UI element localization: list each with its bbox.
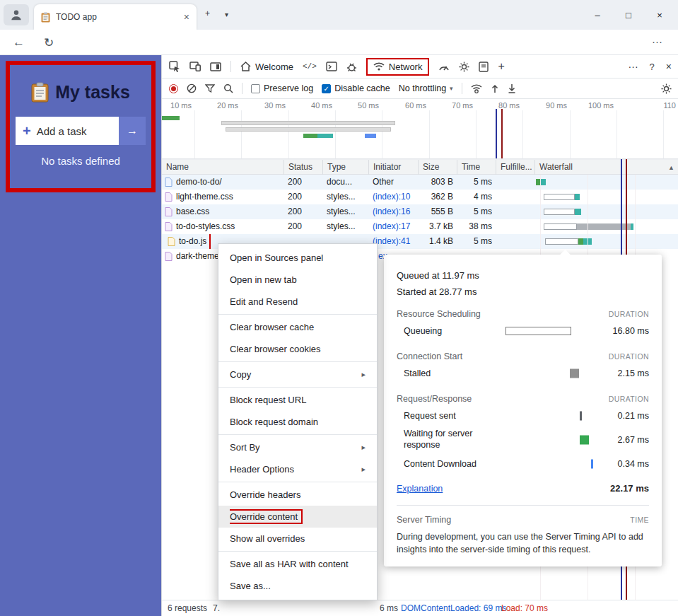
help-icon[interactable]: ?: [650, 62, 655, 72]
annotation-box-tasks: My tasks + Add a task → No tasks defined: [6, 61, 156, 192]
checkbox-unchecked-icon: [251, 84, 260, 93]
arrow-right-icon: →: [127, 124, 138, 137]
file-icon: [165, 252, 173, 261]
server-timing-title: Server Timing: [397, 515, 451, 525]
server-timing-note: During development, you can use the Serv…: [397, 530, 649, 556]
menu-item-show-overrides[interactable]: Show all overrides: [218, 528, 377, 550]
network-wifi-icon: [373, 62, 385, 71]
elements-icon[interactable]: </>: [303, 62, 317, 71]
close-devtools-icon[interactable]: ×: [666, 61, 672, 72]
refresh-icon[interactable]: ↻: [44, 35, 54, 50]
console-icon[interactable]: [326, 62, 337, 71]
table-row[interactable]: base.css 200 styles... (index):16 555 B …: [162, 204, 678, 219]
menu-item-sort-by[interactable]: Sort By▸: [218, 436, 377, 458]
menu-item-save-har[interactable]: Save all as HAR with content: [218, 553, 377, 575]
preserve-log-checkbox[interactable]: Preserve log: [251, 83, 313, 93]
inspect-icon[interactable]: [169, 61, 180, 72]
add-task-label: Add a task: [37, 125, 119, 137]
tab-close-icon[interactable]: ×: [184, 11, 189, 23]
menu-item-open-new-tab[interactable]: Open in new tab: [218, 269, 377, 291]
stalled-value: 2.15 ms: [618, 368, 649, 378]
menu-item-copy[interactable]: Copy▸: [218, 364, 377, 385]
divider: [230, 61, 231, 72]
dock-side-icon[interactable]: [210, 62, 221, 71]
tab-welcome-label: Welcome: [255, 62, 293, 72]
explanation-link[interactable]: Explanation: [397, 484, 443, 494]
col-waterfall[interactable]: Waterfall: [534, 160, 678, 175]
download-label: Content Download: [404, 459, 477, 469]
debugger-icon[interactable]: [346, 62, 357, 72]
maximize-button[interactable]: □: [613, 0, 644, 30]
connection-start-title: Connection Start: [397, 351, 462, 361]
throttling-dropdown[interactable]: No throttling ▾: [399, 83, 453, 93]
submit-task-button[interactable]: →: [119, 117, 146, 145]
new-tab-button[interactable]: +: [205, 8, 210, 18]
menu-item-header-options[interactable]: Header Options▸: [218, 458, 377, 480]
col-fulfilled[interactable]: Fulfille...: [496, 160, 534, 175]
sort-asc-icon[interactable]: ▲: [668, 160, 674, 175]
file-icon: [168, 237, 175, 246]
search-icon[interactable]: [223, 83, 233, 93]
network-conditions-icon[interactable]: [471, 84, 482, 93]
file-icon: [165, 192, 173, 202]
tab-welcome[interactable]: Welcome: [240, 62, 293, 72]
queued-at-text: Queued at 11.97 ms: [397, 270, 649, 281]
col-time[interactable]: Time: [457, 160, 496, 175]
ruler-tick: 50 ms: [358, 101, 382, 110]
col-initiator[interactable]: Initiator: [368, 160, 418, 175]
menu-item-clear-cache[interactable]: Clear browser cache: [218, 316, 377, 338]
import-har-icon[interactable]: [491, 83, 499, 93]
menu-item-save-as[interactable]: Save as...: [218, 575, 377, 597]
waterfall-bar: [631, 223, 633, 230]
filter-icon[interactable]: [205, 84, 215, 93]
disable-cache-checkbox[interactable]: ✓ Disable cache: [322, 83, 390, 93]
profile-button[interactable]: [4, 4, 29, 25]
stalled-label: Stalled: [404, 368, 431, 378]
network-settings-gear-icon[interactable]: [661, 83, 672, 94]
tab-network-label: Network: [389, 62, 423, 72]
layout-icon[interactable]: [479, 62, 489, 72]
file-icon: [165, 207, 173, 216]
export-har-icon[interactable]: [508, 83, 516, 93]
resource-scheduling-title: Resource Scheduling: [397, 309, 481, 319]
record-icon[interactable]: [169, 84, 178, 93]
todo-app-page: My tasks + Add a task → No tasks defined: [0, 55, 161, 616]
col-name[interactable]: Name: [162, 160, 284, 175]
menu-item-override-content[interactable]: Override content: [218, 506, 377, 528]
col-type[interactable]: Type: [322, 160, 368, 175]
col-size[interactable]: Size: [418, 160, 457, 175]
performance-icon[interactable]: [438, 62, 450, 71]
waterfall-bar: [540, 179, 546, 185]
col-status[interactable]: Status: [284, 160, 322, 175]
request-response-title: Request/Response: [397, 394, 472, 404]
browser-tab[interactable]: TODO app ×: [34, 4, 197, 30]
add-panel-icon[interactable]: +: [498, 60, 504, 73]
waiting-row: Waiting for server response 2.67 ms: [397, 428, 649, 452]
table-row[interactable]: to-do-styles.css 200 styles... (index):1…: [162, 219, 678, 234]
menu-item-open-sources[interactable]: Open in Sources panel: [218, 247, 377, 269]
divider: [242, 83, 242, 94]
waterfall-bar: [544, 209, 575, 215]
back-icon[interactable]: ←: [13, 35, 25, 50]
tab-network[interactable]: Network: [366, 58, 430, 76]
menu-item-override-headers[interactable]: Override headers: [218, 484, 377, 506]
more-tools-icon[interactable]: ···: [629, 61, 638, 72]
minimize-button[interactable]: –: [582, 0, 613, 30]
profile-icon: [10, 8, 23, 21]
browser-menu-icon[interactable]: ···: [652, 35, 662, 47]
ruler-tick: 70 ms: [452, 101, 476, 110]
menu-item-clear-cookies[interactable]: Clear browser cookies: [218, 338, 377, 360]
close-window-button[interactable]: ×: [644, 0, 675, 30]
add-task-field[interactable]: + Add a task →: [16, 117, 146, 145]
table-row[interactable]: light-theme.css 200 styles... (index):10…: [162, 190, 678, 204]
menu-item-block-url[interactable]: Block request URL: [218, 389, 377, 411]
table-row[interactable]: demo-to-do/ 200 docu... Other 803 B 5 ms: [162, 175, 678, 190]
settings-gear-icon[interactable]: [459, 62, 469, 72]
tab-list-chevron-icon[interactable]: ▾: [225, 11, 228, 18]
device-emulation-icon[interactable]: [189, 62, 201, 71]
network-overview[interactable]: 10 ms 20 ms 30 ms 40 ms 50 ms 60 ms 70 m…: [162, 99, 678, 159]
menu-item-edit-resend[interactable]: Edit and Resend: [218, 291, 377, 313]
menu-item-block-domain[interactable]: Block request domain: [218, 411, 377, 433]
clear-icon[interactable]: [187, 83, 197, 93]
preserve-log-label: Preserve log: [264, 83, 313, 93]
